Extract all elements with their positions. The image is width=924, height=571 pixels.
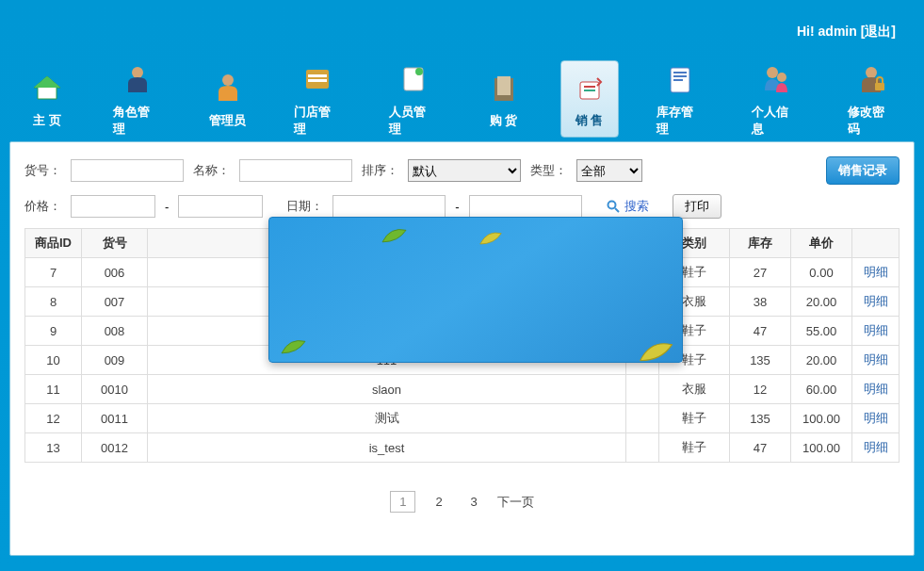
nav-label: 门店管理: [294, 104, 343, 138]
admin-icon: [209, 69, 247, 106]
cell-stock: 47: [730, 433, 791, 463]
nav-admin[interactable]: 管理员: [200, 61, 256, 137]
cell-price: 100.00: [791, 404, 852, 433]
detail-link[interactable]: 明细: [864, 382, 888, 396]
popup-overlay[interactable]: [268, 217, 683, 363]
detail-link[interactable]: 明细: [864, 323, 888, 337]
cell-sku: 008: [82, 317, 148, 346]
svg-rect-3: [308, 74, 327, 77]
cell-category: 鞋子: [659, 433, 730, 463]
name-input[interactable]: [239, 159, 352, 182]
separator: -: [165, 200, 169, 214]
svg-rect-8: [497, 76, 511, 95]
nav-label: 主 页: [33, 112, 61, 129]
cell-price: 100.00: [791, 433, 852, 463]
pagination: 1 2 3 下一页: [24, 491, 900, 513]
cell-name: 测试: [148, 404, 626, 433]
cell-stock: 135: [730, 404, 791, 433]
svg-rect-13: [673, 72, 687, 73]
cell-sku: 007: [82, 287, 148, 317]
col-sku: 货号: [82, 229, 148, 258]
search-icon: [606, 199, 621, 214]
staff-icon: [395, 60, 432, 98]
nav-profile[interactable]: 个人信息: [742, 53, 810, 145]
leaf-icon: [635, 334, 677, 367]
store-icon: [299, 60, 336, 98]
svg-point-18: [866, 67, 877, 78]
cell-sku: 006: [82, 258, 148, 287]
user-info: Hi! admin [退出]: [797, 24, 896, 41]
detail-link[interactable]: 明细: [864, 411, 888, 425]
name-label: 名称：: [193, 162, 230, 179]
sort-select[interactable]: 默认: [408, 159, 521, 182]
sku-input[interactable]: [71, 159, 184, 182]
page-3[interactable]: 3: [462, 492, 486, 512]
nav-label: 库存管理: [657, 104, 705, 138]
cell-id: 12: [25, 404, 82, 433]
svg-rect-10: [584, 86, 595, 88]
nav-label: 购 货: [490, 112, 518, 129]
cell-price: 60.00: [791, 375, 852, 404]
nav-role[interactable]: 角色管理: [104, 53, 171, 145]
svg-point-6: [415, 68, 423, 75]
home-icon: [28, 69, 66, 106]
col-id: 商品ID: [25, 229, 82, 258]
leaf-icon: [378, 222, 411, 246]
price-to-input[interactable]: [178, 195, 263, 218]
svg-point-20: [608, 202, 615, 209]
search-button[interactable]: 搜索: [606, 198, 649, 215]
cell-sku: 0012: [82, 433, 148, 463]
svg-line-21: [615, 208, 619, 212]
cell-blank: [626, 375, 659, 404]
type-label: 类型：: [530, 162, 567, 179]
page-1[interactable]: 1: [390, 491, 415, 513]
table-row: 130012is_test鞋子47100.00明细: [25, 433, 900, 463]
nav-inventory[interactable]: 库存管理: [647, 53, 715, 145]
page-next[interactable]: 下一页: [497, 494, 534, 511]
cell-price: 0.00: [791, 258, 852, 287]
type-select[interactable]: 全部: [576, 159, 642, 182]
detail-link[interactable]: 明细: [864, 440, 888, 454]
nav-purchase[interactable]: 购 货: [476, 61, 532, 137]
nav-label: 销 售: [575, 112, 604, 129]
nav-password[interactable]: 修改密码: [838, 53, 906, 145]
sort-label: 排序：: [362, 162, 398, 179]
svg-rect-14: [673, 75, 687, 77]
logout-link[interactable]: [退出]: [861, 24, 896, 39]
nav-label: 人员管理: [389, 104, 438, 138]
cell-stock: 47: [730, 317, 791, 346]
nav-home[interactable]: 主 页: [19, 61, 75, 137]
filter-row-1: 货号： 名称： 排序： 默认 类型： 全部 销售记录: [24, 156, 900, 185]
svg-point-1: [222, 74, 234, 86]
cell-sku: 0010: [82, 375, 148, 404]
nav-store[interactable]: 门店管理: [284, 53, 352, 145]
date-from-input[interactable]: [332, 195, 446, 218]
inventory-icon: [661, 60, 699, 98]
purchase-icon: [485, 69, 523, 106]
greeting: Hi! admin: [797, 24, 857, 39]
detail-link[interactable]: 明细: [864, 294, 888, 308]
print-button[interactable]: 打印: [673, 194, 721, 219]
sales-records-button[interactable]: 销售记录: [826, 156, 900, 185]
price-from-input[interactable]: [71, 195, 155, 218]
nav-staff[interactable]: 人员管理: [380, 53, 447, 145]
cell-stock: 12: [730, 375, 791, 404]
cell-id: 9: [25, 317, 82, 346]
filter-row-2: 价格： - 日期： - 搜索 打印: [24, 194, 900, 219]
cell-stock: 38: [730, 287, 791, 317]
separator: -: [455, 200, 459, 214]
nav-label: 管理员: [209, 112, 246, 129]
svg-rect-11: [584, 90, 595, 91]
page-2[interactable]: 2: [427, 492, 450, 512]
nav-sales[interactable]: 销 售: [560, 60, 619, 138]
date-to-input[interactable]: [469, 195, 582, 218]
cell-id: 8: [25, 287, 82, 317]
cell-blank: [626, 433, 659, 463]
cell-blank: [626, 404, 659, 433]
sales-icon: [571, 69, 608, 106]
svg-point-16: [767, 67, 778, 78]
leaf-icon: [277, 334, 310, 357]
cell-price: 20.00: [791, 287, 852, 317]
detail-link[interactable]: 明细: [864, 265, 888, 279]
detail-link[interactable]: 明细: [864, 352, 888, 367]
